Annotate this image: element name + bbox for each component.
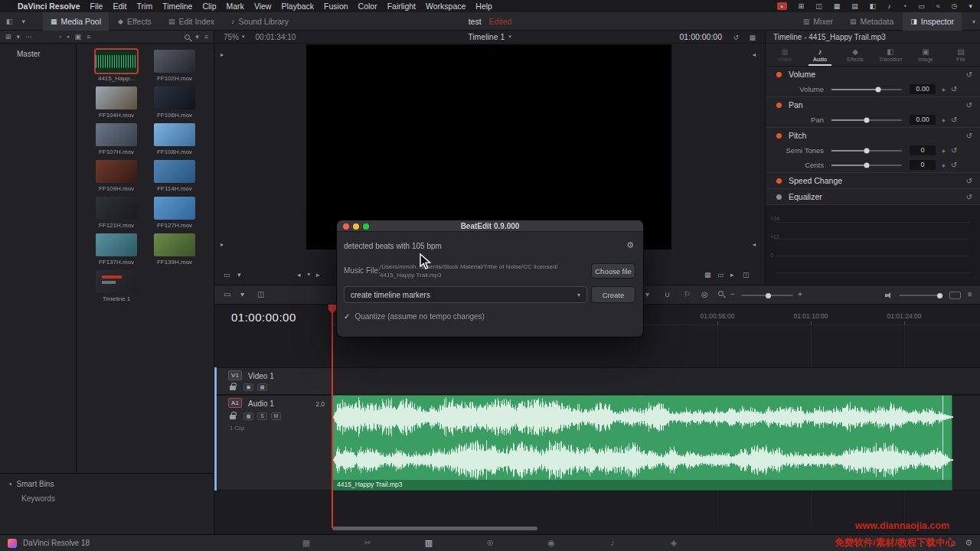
zoom-in-icon[interactable]: +	[798, 290, 802, 298]
monitor-volume-slider[interactable]	[899, 295, 943, 296]
playhead[interactable]	[332, 305, 333, 528]
play-icon[interactable]: ▸	[730, 271, 734, 279]
menu-color[interactable]: Color	[358, 2, 377, 11]
music-icon[interactable]: ♪	[887, 0, 891, 12]
toolbar-sound-library[interactable]: ♪Sound Library	[224, 12, 296, 31]
clip-thumbnail[interactable]	[154, 233, 195, 256]
inspector-tab-transition[interactable]: ◧Transition	[874, 44, 907, 66]
keyframe-icon[interactable]: ◆	[942, 162, 946, 168]
speed-change-enable-toggle[interactable]	[776, 178, 782, 184]
clip-thumbnail[interactable]	[96, 233, 137, 256]
panel-toggle-icon[interactable]: ◧	[6, 18, 13, 25]
thumb-lg-icon[interactable]: ▣	[74, 33, 81, 41]
equalizer-enable-toggle[interactable]	[776, 194, 782, 200]
zoom-window-icon[interactable]	[363, 223, 369, 230]
chevron-down-icon[interactable]: ▾	[972, 12, 975, 31]
inspector-tab-video[interactable]: ▦Video	[768, 44, 802, 66]
deliver-page-icon[interactable]: ◈	[668, 538, 680, 548]
speaker-icon[interactable]	[885, 292, 893, 299]
wifi-icon[interactable]: ≈	[936, 0, 940, 12]
clip-thumbnail[interactable]	[96, 197, 137, 220]
menu-view[interactable]: View	[254, 2, 272, 11]
clip-ff137h-mov[interactable]: FF137H.mov	[89, 233, 144, 270]
timeline-scrollbar[interactable]	[332, 527, 537, 530]
quantize-checkbox[interactable]: ✓ Quantize (assume no tempo changes)	[344, 312, 485, 321]
menu-fusion[interactable]: Fusion	[324, 2, 348, 11]
keywords-row[interactable]: Keywords	[0, 488, 214, 503]
minimize-icon[interactable]	[353, 223, 359, 230]
equalizer-graph[interactable]: +24+120	[766, 204, 980, 290]
clip-ff102h-mov[interactable]: FF102H.mov	[147, 50, 202, 86]
choose-file-button[interactable]: Choose file	[591, 263, 635, 279]
edit-page-icon[interactable]: ▥	[423, 538, 435, 548]
toolbar-metadata[interactable]: ▤Metadata	[842, 12, 901, 31]
play-icon[interactable]: ▸	[316, 271, 320, 279]
clip-mode-icon[interactable]: ▭	[717, 271, 724, 279]
thumb-md-icon[interactable]: ▪	[67, 33, 69, 41]
inspector-tab-effects[interactable]: ◆Effects	[838, 44, 872, 66]
search-icon[interactable]	[185, 34, 190, 40]
keyframe-icon[interactable]: ◆	[942, 86, 946, 92]
mute-button[interactable]: M	[271, 412, 281, 420]
inspector-tab-image[interactable]: ▣Image	[909, 44, 942, 66]
menu-edit[interactable]: Edit	[113, 2, 126, 11]
step-back-icon[interactable]: ◂	[297, 271, 301, 279]
clip-ff108h-mov[interactable]: FF108H.mov	[147, 123, 202, 160]
clip-ff121h-mov[interactable]: FF121H.mov	[89, 197, 144, 233]
viewer-options-icon[interactable]: ▦	[704, 271, 711, 279]
inspector-tab-audio[interactable]: ♪Audio	[803, 44, 837, 66]
screen-record-icon[interactable]: ●	[777, 2, 787, 10]
timeline-select[interactable]: Timeline 1▾	[468, 32, 511, 41]
toolbar-inspector[interactable]: ◨Inspector	[903, 12, 962, 31]
contrast-icon[interactable]: ◔	[903, 0, 906, 12]
timeline-zoom-slider[interactable]	[741, 295, 793, 296]
menu-workspace[interactable]: Workspace	[426, 2, 466, 11]
track-v1-name[interactable]: Video 1	[248, 372, 274, 380]
clip-timeline-1[interactable]: Timeline 1	[89, 270, 144, 307]
menu-clip[interactable]: Clip	[202, 2, 216, 11]
snap-icon[interactable]: ∪	[665, 290, 670, 298]
clip-thumbnail[interactable]	[154, 160, 195, 183]
toolbar-effects[interactable]: ◆Effects	[110, 12, 159, 31]
tool-select-icon[interactable]: ▭	[224, 290, 230, 298]
grid-icon[interactable]: ⊞	[799, 0, 805, 12]
clip-thumbnail[interactable]	[154, 50, 195, 73]
reset-icon[interactable]: ↺	[966, 101, 972, 109]
trim-mode-icon[interactable]: ◫	[743, 271, 750, 279]
menu-file[interactable]: File	[90, 2, 103, 11]
thumb-sm-icon[interactable]: ▫	[59, 33, 61, 41]
track-a1-name[interactable]: Audio 1	[248, 399, 274, 408]
viewer-options-icon[interactable]: ▦	[749, 34, 756, 41]
inspector-tab-file[interactable]: ▤File	[944, 44, 978, 66]
dialog-titlebar[interactable]: BeatEdit 0.9.000	[337, 220, 643, 232]
volume-slider[interactable]	[831, 89, 902, 90]
menu-fairlight[interactable]: Fairlight	[387, 2, 416, 11]
cents-value[interactable]: 0	[910, 160, 936, 170]
clip-ff139h-mov[interactable]: FF139H.mov	[147, 233, 202, 270]
smart-bins-row[interactable]: ▾ Smart Bins	[0, 474, 214, 488]
pan-enable-toggle[interactable]	[776, 103, 782, 108]
clip-ff127h-mov[interactable]: FF127H.mov	[147, 197, 202, 233]
clip-thumbnail[interactable]	[154, 86, 195, 109]
bin-item-master[interactable]: Master	[17, 50, 41, 58]
battery-icon[interactable]: ▭	[918, 0, 925, 12]
column-icon[interactable]: ◧	[870, 0, 877, 12]
reset-icon[interactable]: ↺	[966, 70, 972, 79]
tl-options-icon[interactable]: ≡	[968, 290, 972, 298]
semi-tones-slider[interactable]	[831, 150, 902, 152]
close-icon[interactable]	[343, 223, 349, 230]
clip-ff104h-mov[interactable]: FF104H.mov	[89, 86, 144, 123]
pan-slider[interactable]	[831, 119, 902, 121]
keyframe-icon[interactable]: ◆	[942, 117, 946, 122]
trim-mode-icon[interactable]: ◫	[257, 290, 264, 298]
track-a1-badge[interactable]: A1	[228, 398, 242, 408]
chevron-down-icon[interactable]: ▾	[240, 290, 244, 298]
record-icon[interactable]: ●	[307, 271, 310, 276]
search-chevron-icon[interactable]: ▾	[195, 33, 199, 41]
list-view-icon[interactable]: ≡	[87, 33, 90, 41]
media-page-icon[interactable]: ▦	[300, 538, 312, 548]
reset-icon[interactable]: ↺	[966, 193, 972, 201]
keyframe-icon[interactable]: ◆	[942, 148, 946, 153]
reset-icon[interactable]: ↺	[951, 146, 957, 155]
chevron-down-icon[interactable]: ▾	[22, 18, 26, 25]
